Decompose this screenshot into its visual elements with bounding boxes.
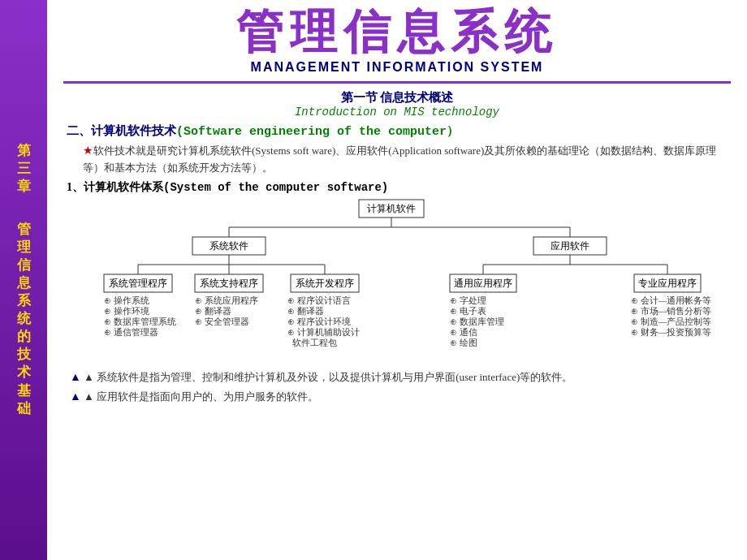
svg-text:⊕ 绘图: ⊕ 绘图 [450,338,477,347]
svg-text:系统管理程序: 系统管理程序 [109,278,167,289]
main-content: 管理信息系统 MANAGEMENT INFORMATION SYSTEM 第一节… [47,0,747,560]
title-area: 管理信息系统 MANAGEMENT INFORMATION SYSTEM [63,0,731,84]
svg-text:⊕ 翻译器: ⊕ 翻译器 [195,306,231,316]
svg-text:系统开发程序: 系统开发程序 [296,278,354,289]
svg-text:⊕ 操作环境: ⊕ 操作环境 [104,306,149,316]
sub-title-zh: 1、计算机软件体系 [67,181,163,193]
topic-title: 二、计算机软件技术(Software engineering of the co… [67,123,728,139]
sidebar-char: 管 [17,221,31,239]
svg-text:⊕ 会计—通用帐务等: ⊕ 会计—通用帐务等 [631,295,711,305]
sidebar-char: 的 [17,328,31,346]
sidebar-char: 系 [17,292,31,310]
note-2: ▲ ▲ 应用软件是指面向用户的、为用户服务的软件。 [67,388,728,406]
sidebar-char: 础 [17,400,31,418]
svg-text:专业应用程序: 专业应用程序 [638,278,697,289]
svg-text:⊕ 制造—产品控制等: ⊕ 制造—产品控制等 [631,317,711,326]
note-1: ▲ ▲ 系统软件是指为管理、控制和维护计算机及外设，以及提供计算机与用户界面(u… [67,368,728,386]
sidebar-char: 章 [17,178,31,196]
svg-text:系统软件: 系统软件 [209,240,248,252]
svg-text:⊕ 通信管理器: ⊕ 通信管理器 [104,327,158,337]
sidebar-char: 第 [17,142,31,160]
svg-text:⊕ 翻译器: ⊕ 翻译器 [287,306,324,316]
sidebar-char: 息 [17,274,31,292]
svg-text:⊕ 程序设计环境: ⊕ 程序设计环境 [287,317,351,326]
svg-text:⊕ 系统应用程序: ⊕ 系统应用程序 [195,295,258,305]
svg-text:软件工程包: 软件工程包 [292,338,337,347]
sidebar-char: 术 [17,364,31,381]
content-body: 二、计算机软件技术(Software engineering of the co… [63,123,731,407]
main-title-en: MANAGEMENT INFORMATION SYSTEM [63,60,731,75]
sidebar-char: 信 [17,256,31,274]
svg-text:通用应用程序: 通用应用程序 [454,278,512,289]
sidebar-char: 统 [17,310,31,328]
paragraph-text: 软件技术就是研究计算机系统软件(Systems soft ware)、应用软件(… [83,144,716,174]
svg-text:⊕ 计算机辅助设计: ⊕ 计算机辅助设计 [287,327,360,337]
sidebar: 第 三 章 管 理 信 息 系 统 的 技 术 基 础 [0,0,47,560]
bottom-notes: ▲ ▲ 系统软件是指为管理、控制和维护计算机及外设，以及提供计算机与用户界面(u… [67,368,728,407]
svg-text:⊕ 数据库管理: ⊕ 数据库管理 [450,317,504,326]
sidebar-char: 三 [17,160,31,178]
svg-text:⊕ 数据库管理系统: ⊕ 数据库管理系统 [104,317,176,326]
svg-text:⊕ 安全管理器: ⊕ 安全管理器 [195,317,249,326]
sidebar-content: 第 三 章 管 理 信 息 系 统 的 技 术 基 础 [17,0,31,560]
main-title-zh: 管理信息系统 [63,6,731,58]
sidebar-char: 技 [17,346,31,364]
topic-paragraph: ★软件技术就是研究计算机系统软件(Systems soft ware)、应用软件… [67,142,728,177]
svg-text:⊕ 操作系统: ⊕ 操作系统 [104,295,149,305]
sidebar-space [22,200,25,218]
sub-title-en: (System of the computer software) [163,181,388,194]
sidebar-char: 理 [17,239,31,256]
svg-text:应用软件: 应用软件 [551,240,589,252]
svg-text:系统支持程序: 系统支持程序 [200,278,258,289]
note-1-text: ▲ 系统软件是指为管理、控制和维护计算机及外设，以及提供计算机与用户界面(use… [84,371,572,383]
note-2-text: ▲ 应用软件是指面向用户的、为用户服务的软件。 [84,390,318,403]
triangle-icon-2: ▲ [70,390,81,403]
svg-text:计算机软件: 计算机软件 [367,203,416,214]
software-tree-diagram: 计算机软件 系统软件 应用软件 [67,198,728,364]
section-header: 第一节 信息技术概述 Introduction on MIS technolog… [63,90,731,118]
tree-svg: 计算机软件 系统软件 应用软件 [67,198,747,360]
topic-title-en: (Software engineering of the computer） [176,125,459,139]
topic-title-zh: 二、计算机软件技术 [67,124,176,137]
triangle-icon-1: ▲ [70,371,81,383]
section-title-zh: 第一节 信息技术概述 [63,90,731,106]
svg-text:⊕ 通信: ⊕ 通信 [450,327,477,337]
svg-text:⊕ 市场—销售分析等: ⊕ 市场—销售分析等 [631,306,711,316]
sub-title: 1、计算机软件体系(System of the computer softwar… [67,180,728,195]
star-icon: ★ [83,144,93,157]
svg-text:⊕ 电子表: ⊕ 电子表 [450,306,486,316]
section-title-en: Introduction on MIS technology [63,106,731,118]
svg-text:⊕ 财务—投资预算等: ⊕ 财务—投资预算等 [631,327,711,337]
svg-text:⊕ 字处理: ⊕ 字处理 [450,295,486,305]
svg-text:⊕ 程序设计语言: ⊕ 程序设计语言 [287,295,351,305]
sidebar-char: 基 [17,382,31,400]
